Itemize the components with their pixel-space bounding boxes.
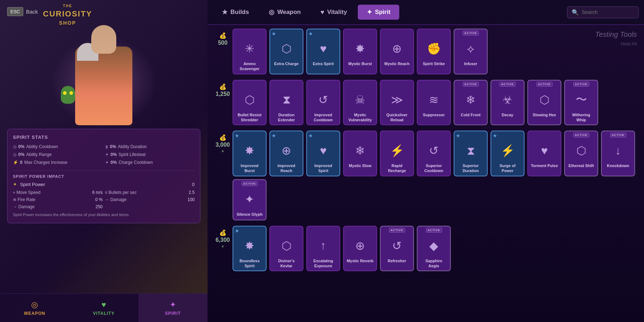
item-improved-burst[interactable]: ★ ✸ Improved Burst — [233, 131, 267, 176]
item-improved-spirit[interactable]: ★ ♥ Improved Spirit — [306, 131, 340, 176]
spirit-nav-icon: ✦ — [170, 300, 176, 309]
item-slowing-hex[interactable]: ACTIVE ⬡ Slowing Hex — [527, 80, 561, 126]
quicksilver-reload-name: Quicksilver Reload — [383, 112, 411, 123]
item-sapphire-aegis[interactable]: ACTIVE ◆ Sapphire Aegis — [417, 226, 451, 272]
suppressor-icon: ≋ — [429, 93, 439, 107]
item-torment-pulse[interactable]: ♥ Torment Pulse — [527, 131, 561, 176]
owl-eye-right — [69, 91, 73, 95]
item-improved-reach[interactable]: ★ ⊕ Improved Reach — [269, 131, 303, 176]
sapphire-aegis-active-badge: ACTIVE — [426, 228, 442, 233]
stats-grid: ◎ 0% Ability Cooldown ⧗ 0% Ability Durat… — [13, 144, 195, 165]
spirit-strike-icon: ✊ — [427, 42, 441, 55]
tier-cost-6300: 6,300 — [215, 237, 230, 243]
slowing-hex-active-badge: ACTIVE — [536, 82, 552, 87]
item-rapid-recharge[interactable]: ⚡ Rapid Recharge — [380, 131, 414, 176]
weapon-tab-label: Weapon — [277, 9, 301, 16]
tab-vitality[interactable]: ♥ Vitality — [312, 5, 356, 20]
withering-whip-icon: 〜 — [576, 92, 587, 108]
item-extra-spirit[interactable]: ★ ♥ Extra Spirit — [306, 29, 340, 74]
item-mystic-reach[interactable]: ⊕ Mystic Reach — [380, 29, 414, 74]
escalating-exposure-name: Escalating Exposure — [309, 258, 337, 269]
refresher-icon-area: ↺ — [386, 235, 408, 257]
tier-label-3000: 💰 3,000 + — [213, 131, 233, 154]
back-label[interactable]: Back — [26, 9, 38, 15]
power-label: Spirit Power — [20, 182, 45, 187]
item-improved-cooldown[interactable]: ↺ Improved Cooldown — [306, 80, 340, 126]
tier-6300-grid: ★ ✸ Boundless Spirit ⬡ Diviner's Kevlar … — [233, 226, 639, 272]
superior-duration-star: ★ — [456, 133, 460, 138]
char-body — [75, 47, 132, 125]
search-input[interactable] — [582, 9, 644, 15]
spirit-stats-panel: SPIRIT STATS ◎ 0% Ability Cooldown ⧗ 0% … — [7, 129, 200, 223]
tier-3000-grid: ★ ✸ Improved Burst ★ ⊕ Improved Reach ★ — [233, 131, 639, 220]
item-superior-duration[interactable]: ★ ⧗ Superior Duration — [454, 131, 488, 176]
improved-reach-name: Improved Reach — [272, 163, 301, 174]
refresher-active-badge: ACTIVE — [389, 228, 405, 233]
vitality-tab-label: Vitality — [327, 9, 347, 16]
tab-weapon[interactable]: ◎ Weapon — [260, 5, 310, 20]
item-withering-whip[interactable]: ACTIVE 〜 Withering Whip — [564, 80, 598, 126]
spirit-tab-icon: ✦ — [367, 8, 372, 16]
item-bullet-resist-shredder[interactable]: ⬡ Bullet Resist Shredder — [233, 80, 267, 126]
esc-button[interactable]: ESC — [7, 7, 23, 16]
top-bar: ★ Builds ◎ Weapon ♥ Vitality ✦ Spirit 🔍 … — [208, 0, 644, 25]
item-mystic-slow[interactable]: ❄ Mystic Slow — [343, 131, 377, 176]
tab-spirit[interactable]: ✦ Spirit — [358, 5, 399, 20]
surge-of-power-icon: ⚡ — [501, 144, 515, 157]
tier-cost-1250: 1,250 — [215, 91, 230, 97]
item-mystic-vulnerability[interactable]: ☠ Mystic Vulnerability — [343, 80, 377, 126]
infuser-icon: ⟡ — [467, 42, 474, 55]
search-box: 🔍 ✕ — [567, 6, 639, 18]
nav-vitality-button[interactable]: ♥ VITALITY — [69, 294, 138, 322]
nav-spirit-button[interactable]: ✦ SPIRIT — [138, 294, 208, 322]
sapphire-aegis-icon: ◆ — [429, 239, 438, 253]
item-boundless-spirit[interactable]: ★ ✸ Boundless Spirit — [233, 226, 267, 272]
stat-ability-range: ◎ 0% Ability Range — [13, 152, 102, 157]
item-silence-glyph[interactable]: ACTIVE ✦ Silence Glyph — [233, 179, 267, 220]
item-extra-charge[interactable]: ★ ⬡ Extra Charge — [269, 29, 303, 74]
item-duration-extender[interactable]: ⧗ Duration Extender — [269, 80, 303, 126]
item-mystic-burst[interactable]: ✸ Mystic Burst — [343, 29, 377, 74]
mystic-burst-icon-area: ✸ — [350, 38, 371, 59]
item-cold-front[interactable]: ACTIVE ❄ Cold Front — [454, 80, 488, 126]
spirit-strike-icon-area: ✊ — [423, 38, 445, 59]
divider — [13, 170, 195, 171]
item-mystic-reverb[interactable]: ⊕ Mystic Reverb — [343, 226, 377, 272]
right-panel: ★ Builds ◎ Weapon ♥ Vitality ✦ Spirit 🔍 … — [208, 0, 644, 322]
superior-cooldown-icon-area: ↺ — [423, 140, 445, 161]
decay-icon: ☣ — [502, 93, 513, 107]
nav-weapon-button[interactable]: ◎ WEAPON — [0, 294, 69, 322]
improved-reach-icon: ⊕ — [282, 144, 291, 157]
shop-sub: SHOP — [43, 20, 92, 27]
coin-icon-1250: 💰 — [219, 83, 226, 90]
ethereal-shift-name: Ethereal Shift — [569, 163, 594, 168]
item-ethereal-shift[interactable]: ACTIVE ⬡ Ethereal Shift — [564, 131, 598, 176]
item-decay[interactable]: ACTIVE ☣ Decay — [491, 80, 525, 126]
torment-pulse-name: Torment Pulse — [531, 163, 558, 168]
items-area[interactable]: 💰 500 ✳ Ammo Scavenger ★ ⬡ Extra Charge — [208, 25, 644, 322]
item-quicksilver-reload[interactable]: ≫ Quicksilver Reload — [380, 80, 414, 126]
coin-icon-3000: 💰 — [219, 134, 226, 141]
mystic-vulnerability-icon-area: ☠ — [350, 89, 371, 111]
improved-spirit-icon: ♥ — [320, 144, 327, 157]
refresher-name: Refresher — [388, 258, 406, 263]
item-knockdown[interactable]: ACTIVE ↓ Knockdown — [601, 131, 635, 176]
decay-icon-area: ☣ — [497, 89, 518, 111]
item-spirit-strike[interactable]: ✊ Spirit Strike — [417, 29, 451, 74]
item-ammo-scavenger[interactable]: ✳ Ammo Scavenger — [233, 29, 267, 74]
mystic-slow-icon: ❄ — [355, 144, 365, 157]
silence-glyph-active-badge: ACTIVE — [241, 181, 258, 186]
item-surge-of-power[interactable]: ★ ⚡ Surge of Power — [491, 131, 525, 176]
item-diviners-kevlar[interactable]: ⬡ Diviner's Kevlar — [269, 226, 303, 272]
mystic-slow-name: Mystic Slow — [349, 163, 371, 168]
item-escalating-exposure[interactable]: ↑ Escalating Exposure — [306, 226, 340, 272]
item-infuser[interactable]: ACTIVE ⟡ Infuser — [454, 29, 488, 74]
silence-glyph-icon-area: ✦ — [239, 189, 260, 210]
item-superior-cooldown[interactable]: ↺ Superior Cooldown — [417, 131, 451, 176]
refresher-icon: ↺ — [392, 239, 402, 253]
owl-eye-left — [63, 91, 67, 95]
tab-builds[interactable]: ★ Builds — [213, 5, 258, 20]
vitality-nav-label: VITALITY — [93, 311, 114, 316]
item-refresher[interactable]: ACTIVE ↺ Refresher — [380, 226, 414, 272]
item-suppressor[interactable]: ≋ Suppressor — [417, 80, 451, 126]
